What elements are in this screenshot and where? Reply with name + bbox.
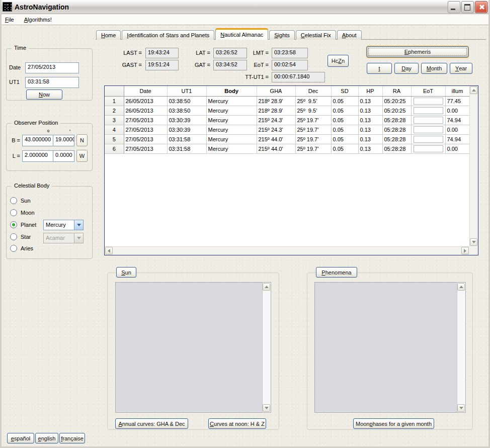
table-cell[interactable]: 215º 24.3' [257,125,295,135]
table-cell[interactable]: 0.13 [358,125,382,135]
t-button[interactable]: t [367,63,392,74]
table-cell[interactable]: 0.13 [358,97,382,106]
phenomena-listbox-scrollbar[interactable] [457,283,465,412]
column-header-illum[interactable]: illum [445,86,469,97]
table-cell[interactable]: 25º 19.7' [295,125,331,135]
menu-item-file[interactable]: File [5,17,14,23]
table-cell[interactable]: Mercury [206,125,257,135]
table-cell[interactable] [411,144,445,154]
annual-curves-button[interactable]: Annual curves: GHA & Dec [115,418,188,429]
table-cell[interactable]: 77.45 [445,97,469,106]
column-header[interactable] [105,86,124,97]
radio-aries[interactable]: Aries [10,244,33,252]
table-cell[interactable]: 05:28:28 [382,125,411,135]
sun-listbox[interactable] [115,282,271,413]
scroll-up-icon[interactable] [457,283,465,291]
tab-home[interactable]: Home [96,30,121,40]
east-west-button[interactable]: W [76,150,88,162]
now-button[interactable]: Now [26,89,62,100]
column-header-eot[interactable]: EoT [411,86,445,97]
tab-about[interactable]: About [337,30,362,40]
north-south-button[interactable]: N [76,134,88,146]
table-cell[interactable]: 25º 9.5' [295,106,331,116]
table-cell[interactable]: 0.05 [331,106,358,116]
row-header[interactable]: 4 [105,125,124,135]
table-row[interactable]: 126/05/201303:38:50Mercury218º 28.9'25º … [105,97,469,106]
language-button-english[interactable]: english [35,433,58,443]
table-cell[interactable]: 25º 19.7' [295,116,331,125]
scroll-up-icon[interactable] [263,283,270,291]
radio-moon[interactable]: Moon [10,209,35,217]
table-cell[interactable]: Mercury [206,144,257,154]
scroll-down-icon[interactable] [457,404,465,412]
year-button[interactable]: Year [450,63,472,74]
table-cell[interactable]: 05:28:28 [382,135,411,144]
table-cell[interactable]: Mercury [206,135,257,144]
maximize-button[interactable] [461,1,474,13]
table-cell[interactable]: 215º 44.0' [257,135,295,144]
table-cell[interactable]: 0.13 [358,144,382,154]
table-cell[interactable]: 03:30:39 [167,125,206,135]
table-cell[interactable]: 215º 24.3' [257,116,295,125]
row-header[interactable]: 3 [105,116,124,125]
latitude-degrees-field[interactable]: 43.000000 [22,135,53,146]
table-cell[interactable]: 03:31:58 [167,144,206,154]
table-cell[interactable]: 05:28:28 [382,144,411,154]
longitude-minutes-field[interactable]: 0.0000 [53,150,74,162]
date-field[interactable]: 27/05/2013 [25,62,79,73]
table-cell[interactable]: Mercury [206,97,257,106]
table-cell[interactable]: 26/05/2013 [124,106,167,116]
table-row[interactable]: 627/05/201303:31:58Mercury215º 44.0'25º … [105,144,469,154]
ut1-field[interactable]: 03:31:58 [25,77,79,88]
column-header-ut1[interactable]: UT1 [167,86,206,97]
table-row[interactable]: 327/05/201303:30:39Mercury215º 24.3'25º … [105,116,469,125]
table-horizontal-scrollbar[interactable] [105,246,469,255]
table-cell[interactable]: 03:31:58 [167,135,206,144]
table-cell[interactable]: 218º 28.9' [257,106,295,116]
table-cell[interactable]: 0.05 [331,116,358,125]
language-button-french[interactable]: française [59,433,85,443]
table-cell[interactable]: 27/05/2013 [124,144,167,154]
column-header-date[interactable]: Date [124,86,167,97]
table-cell[interactable]: 05:20:25 [382,97,411,106]
table-cell[interactable] [411,97,445,106]
table-cell[interactable]: 26/05/2013 [124,97,167,106]
scroll-right-icon[interactable] [461,247,469,254]
table-cell[interactable]: 0.00 [445,125,469,135]
planet-select[interactable]: Mercury [43,220,84,230]
phenomena-listbox[interactable] [314,282,466,413]
table-cell[interactable]: Mercury [206,116,257,125]
chevron-down-icon[interactable] [74,220,83,230]
table-cell[interactable]: 0.05 [331,125,358,135]
tab-nautical-almanac[interactable]: Nautical Almanac [215,28,268,40]
table-cell[interactable]: 0.00 [445,144,469,154]
phenomena-button[interactable]: Phenomena [316,267,357,278]
noon-curves-button[interactable]: Curves at noon: H & Z [208,418,266,429]
column-header-ra[interactable]: RA [382,86,411,97]
table-cell[interactable]: 05:28:28 [382,116,411,125]
row-header[interactable]: 6 [105,144,124,154]
table-cell[interactable]: 0.05 [331,97,358,106]
table-cell[interactable]: Mercury [206,106,257,116]
scroll-up-icon[interactable] [470,86,477,94]
radio-planet[interactable]: Planet [10,221,36,229]
month-button[interactable]: Month [421,63,447,74]
table-cell[interactable]: 0.13 [358,135,382,144]
table-cell[interactable]: 0.13 [358,116,382,125]
table-cell[interactable]: 25º 19.7' [295,135,331,144]
sun-button[interactable]: Sun [116,267,136,278]
tab-celestial-fix[interactable]: Celestial Fix [296,30,336,40]
minimize-button[interactable] [448,1,460,13]
table-cell[interactable]: 0.05 [331,144,358,154]
sun-listbox-scrollbar[interactable] [262,283,271,412]
table-cell[interactable]: 03:30:39 [167,116,206,125]
row-header[interactable]: 2 [105,106,124,116]
column-header-hp[interactable]: HP [358,86,382,97]
ephemeris-button[interactable]: Ephemeris [367,46,468,57]
table-cell[interactable] [411,135,445,144]
table-row[interactable]: 527/05/201303:31:58Mercury215º 44.0'25º … [105,135,469,144]
longitude-degrees-field[interactable]: 2.000000 [22,150,53,162]
hc-zn-button[interactable]: Hc Zn [328,55,349,67]
table-cell[interactable]: 74.94 [445,116,469,125]
table-cell[interactable]: 25º 19.7' [295,144,331,154]
